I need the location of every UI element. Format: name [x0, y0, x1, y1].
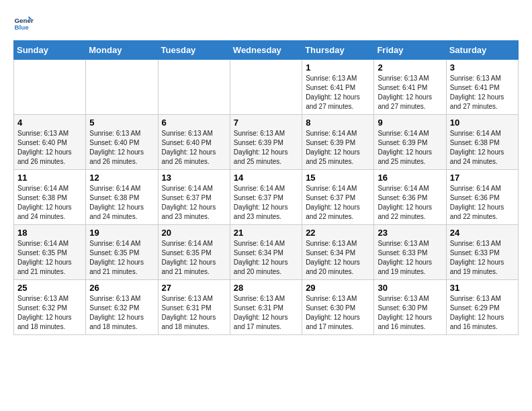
- day-number: 30: [378, 283, 442, 293]
- calendar-header: SundayMondayTuesdayWednesdayThursdayFrid…: [14, 41, 519, 60]
- calendar-cell: 29Sunrise: 6:13 AM Sunset: 6:30 PM Dayli…: [302, 280, 374, 335]
- day-info: Sunrise: 6:14 AM Sunset: 6:37 PM Dayligh…: [234, 184, 298, 222]
- calendar-week-2: 11Sunrise: 6:14 AM Sunset: 6:38 PM Dayli…: [14, 170, 519, 225]
- calendar-cell: 20Sunrise: 6:14 AM Sunset: 6:35 PM Dayli…: [158, 225, 230, 280]
- calendar-cell: 1Sunrise: 6:13 AM Sunset: 6:41 PM Daylig…: [302, 60, 374, 115]
- day-number: 24: [450, 228, 515, 238]
- calendar-cell: 18Sunrise: 6:14 AM Sunset: 6:35 PM Dayli…: [14, 225, 86, 280]
- day-number: 5: [89, 118, 154, 128]
- calendar-header-thursday: Thursday: [302, 41, 374, 60]
- calendar-week-3: 18Sunrise: 6:14 AM Sunset: 6:35 PM Dayli…: [14, 225, 519, 280]
- day-number: 17: [450, 173, 515, 183]
- day-number: 1: [306, 62, 370, 73]
- day-number: 15: [306, 173, 370, 183]
- day-info: Sunrise: 6:13 AM Sunset: 6:32 PM Dayligh…: [17, 294, 82, 332]
- day-number: 8: [306, 118, 370, 128]
- day-info: Sunrise: 6:14 AM Sunset: 6:35 PM Dayligh…: [17, 239, 82, 277]
- day-info: Sunrise: 6:13 AM Sunset: 6:30 PM Dayligh…: [378, 294, 442, 332]
- day-info: Sunrise: 6:14 AM Sunset: 6:38 PM Dayligh…: [450, 129, 515, 167]
- calendar-week-4: 25Sunrise: 6:13 AM Sunset: 6:32 PM Dayli…: [14, 280, 519, 335]
- calendar-cell: [14, 60, 86, 115]
- day-info: Sunrise: 6:13 AM Sunset: 6:33 PM Dayligh…: [378, 239, 442, 277]
- day-number: 19: [89, 228, 154, 238]
- day-number: 6: [162, 118, 226, 128]
- day-number: 22: [306, 228, 370, 238]
- day-info: Sunrise: 6:13 AM Sunset: 6:40 PM Dayligh…: [89, 129, 154, 167]
- day-info: Sunrise: 6:14 AM Sunset: 6:38 PM Dayligh…: [17, 184, 82, 222]
- day-info: Sunrise: 6:14 AM Sunset: 6:37 PM Dayligh…: [162, 184, 226, 222]
- logo-icon: General Blue: [13, 13, 34, 34]
- calendar-cell: 10Sunrise: 6:14 AM Sunset: 6:38 PM Dayli…: [446, 115, 518, 170]
- day-number: 26: [89, 283, 154, 293]
- calendar-header-friday: Friday: [374, 41, 446, 60]
- day-number: 10: [450, 118, 515, 128]
- calendar-cell: 13Sunrise: 6:14 AM Sunset: 6:37 PM Dayli…: [158, 170, 230, 225]
- day-info: Sunrise: 6:13 AM Sunset: 6:41 PM Dayligh…: [450, 74, 515, 111]
- day-number: 25: [17, 283, 82, 293]
- calendar-header-sunday: Sunday: [14, 41, 86, 60]
- calendar-cell: 17Sunrise: 6:14 AM Sunset: 6:36 PM Dayli…: [446, 170, 518, 225]
- calendar-week-1: 4Sunrise: 6:13 AM Sunset: 6:40 PM Daylig…: [14, 115, 519, 170]
- day-number: 16: [378, 173, 442, 183]
- day-number: 28: [234, 283, 298, 293]
- calendar-cell: 14Sunrise: 6:14 AM Sunset: 6:37 PM Dayli…: [230, 170, 302, 225]
- calendar-cell: [86, 60, 158, 115]
- calendar-cell: 11Sunrise: 6:14 AM Sunset: 6:38 PM Dayli…: [14, 170, 86, 225]
- calendar-cell: 31Sunrise: 6:13 AM Sunset: 6:29 PM Dayli…: [446, 280, 518, 335]
- day-info: Sunrise: 6:14 AM Sunset: 6:34 PM Dayligh…: [234, 239, 298, 277]
- day-number: 3: [450, 62, 515, 73]
- day-number: 12: [89, 173, 154, 183]
- day-info: Sunrise: 6:13 AM Sunset: 6:39 PM Dayligh…: [234, 129, 298, 167]
- calendar-cell: 8Sunrise: 6:14 AM Sunset: 6:39 PM Daylig…: [302, 115, 374, 170]
- calendar-cell: 23Sunrise: 6:13 AM Sunset: 6:33 PM Dayli…: [374, 225, 446, 280]
- day-number: 9: [378, 118, 442, 128]
- day-number: 18: [17, 228, 82, 238]
- calendar-cell: [230, 60, 302, 115]
- calendar-cell: 3Sunrise: 6:13 AM Sunset: 6:41 PM Daylig…: [446, 60, 518, 115]
- calendar-cell: 5Sunrise: 6:13 AM Sunset: 6:40 PM Daylig…: [86, 115, 158, 170]
- logo: General Blue: [13, 13, 36, 34]
- calendar-header-monday: Monday: [86, 41, 158, 60]
- calendar-cell: 7Sunrise: 6:13 AM Sunset: 6:39 PM Daylig…: [230, 115, 302, 170]
- day-info: Sunrise: 6:14 AM Sunset: 6:36 PM Dayligh…: [378, 184, 442, 222]
- day-number: 31: [450, 283, 515, 293]
- calendar-cell: 2Sunrise: 6:13 AM Sunset: 6:41 PM Daylig…: [374, 60, 446, 115]
- day-number: 13: [162, 173, 226, 183]
- day-info: Sunrise: 6:14 AM Sunset: 6:39 PM Dayligh…: [378, 129, 442, 167]
- day-info: Sunrise: 6:13 AM Sunset: 6:34 PM Dayligh…: [306, 239, 370, 277]
- calendar-table: SundayMondayTuesdayWednesdayThursdayFrid…: [13, 40, 519, 335]
- day-info: Sunrise: 6:13 AM Sunset: 6:33 PM Dayligh…: [450, 239, 515, 277]
- calendar-cell: 21Sunrise: 6:14 AM Sunset: 6:34 PM Dayli…: [230, 225, 302, 280]
- day-info: Sunrise: 6:14 AM Sunset: 6:35 PM Dayligh…: [89, 239, 154, 277]
- calendar-cell: 6Sunrise: 6:13 AM Sunset: 6:40 PM Daylig…: [158, 115, 230, 170]
- day-info: Sunrise: 6:14 AM Sunset: 6:38 PM Dayligh…: [89, 184, 154, 222]
- calendar-cell: 4Sunrise: 6:13 AM Sunset: 6:40 PM Daylig…: [14, 115, 86, 170]
- calendar-header-saturday: Saturday: [446, 41, 518, 60]
- day-info: Sunrise: 6:13 AM Sunset: 6:31 PM Dayligh…: [234, 294, 298, 332]
- day-info: Sunrise: 6:14 AM Sunset: 6:39 PM Dayligh…: [306, 129, 370, 167]
- svg-text:General: General: [15, 17, 34, 24]
- day-info: Sunrise: 6:13 AM Sunset: 6:40 PM Dayligh…: [17, 129, 82, 167]
- day-number: 23: [378, 228, 442, 238]
- calendar-cell: 28Sunrise: 6:13 AM Sunset: 6:31 PM Dayli…: [230, 280, 302, 335]
- day-info: Sunrise: 6:13 AM Sunset: 6:32 PM Dayligh…: [89, 294, 154, 332]
- svg-text:Blue: Blue: [15, 24, 30, 31]
- day-number: 20: [162, 228, 226, 238]
- calendar-cell: 15Sunrise: 6:14 AM Sunset: 6:37 PM Dayli…: [302, 170, 374, 225]
- day-info: Sunrise: 6:13 AM Sunset: 6:41 PM Dayligh…: [306, 74, 370, 111]
- calendar-cell: 24Sunrise: 6:13 AM Sunset: 6:33 PM Dayli…: [446, 225, 518, 280]
- day-info: Sunrise: 6:13 AM Sunset: 6:29 PM Dayligh…: [450, 294, 515, 332]
- calendar-cell: 25Sunrise: 6:13 AM Sunset: 6:32 PM Dayli…: [14, 280, 86, 335]
- calendar-cell: 9Sunrise: 6:14 AM Sunset: 6:39 PM Daylig…: [374, 115, 446, 170]
- calendar-cell: 30Sunrise: 6:13 AM Sunset: 6:30 PM Dayli…: [374, 280, 446, 335]
- day-number: 29: [306, 283, 370, 293]
- day-number: 21: [234, 228, 298, 238]
- day-number: 7: [234, 118, 298, 128]
- calendar-cell: 27Sunrise: 6:13 AM Sunset: 6:31 PM Dayli…: [158, 280, 230, 335]
- day-number: 27: [162, 283, 226, 293]
- calendar-cell: 26Sunrise: 6:13 AM Sunset: 6:32 PM Dayli…: [86, 280, 158, 335]
- day-info: Sunrise: 6:13 AM Sunset: 6:31 PM Dayligh…: [162, 294, 226, 332]
- day-number: 2: [378, 62, 442, 73]
- calendar-header-wednesday: Wednesday: [230, 41, 302, 60]
- calendar-cell: 16Sunrise: 6:14 AM Sunset: 6:36 PM Dayli…: [374, 170, 446, 225]
